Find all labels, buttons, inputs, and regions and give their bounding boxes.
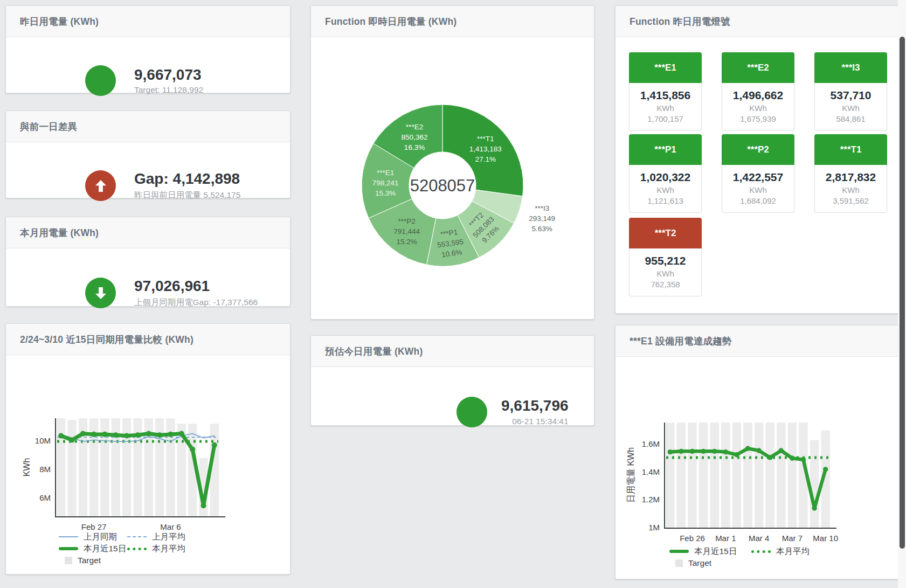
data-point <box>767 455 772 460</box>
target-bar <box>755 423 763 528</box>
estimate-stat: 9,615,796 06-21 15:34:41 <box>311 367 594 456</box>
target-bar <box>732 423 741 528</box>
tile-target: 1,684,092 <box>723 196 793 205</box>
trend-chart-legend: 本月近15日 本月平均 Target <box>669 545 810 569</box>
tile-target: 762,358 <box>631 280 700 289</box>
card-realtime-donut: Function 即時日用電量 (KWh) ***T11,413,18327.1… <box>310 5 594 320</box>
tile-body: 1,496,662KWh1,675,939 <box>722 83 794 131</box>
x-tick-label: Mar 1 <box>715 534 736 543</box>
green-line-icon <box>59 547 78 550</box>
card-diff-prev-day: 與前一日差異 Gap: 4,142,898 昨日與前日用電量 5,524,175 <box>5 110 291 198</box>
legend-item[interactable]: 本月平均 <box>751 546 810 557</box>
data-point <box>790 456 794 461</box>
card-light-status: Function 昨日用電燈號 ***E11,415,856KWh1,700,1… <box>615 5 899 314</box>
compare-chart-legend: 上月同期 上月平均 本月近15日 本月平均 Target <box>59 531 185 566</box>
card-title: Function 即時日用電量 (KWh) <box>325 15 457 28</box>
status-circle-icon <box>457 397 487 427</box>
target-swatch-icon <box>65 557 72 564</box>
y-tick-label: 10M <box>35 436 51 445</box>
legend-item[interactable]: 上月平均 <box>127 531 185 543</box>
y-axis-title: KWh <box>22 458 31 477</box>
target-bar <box>677 423 686 528</box>
data-point <box>80 431 86 437</box>
tile-body: 1,415,856KWh1,700,157 <box>629 83 702 131</box>
target-bar <box>765 423 774 528</box>
data-point <box>745 446 750 451</box>
diff-gap-value: Gap: 4,142,898 <box>134 170 240 188</box>
data-point <box>812 506 817 510</box>
y-tick-label: 1.4M <box>642 467 660 476</box>
light-tile-I3: ***I3537,710KWh584,861 <box>814 52 887 131</box>
light-tile-E1: ***E11,415,856KWh1,700,157 <box>629 52 702 131</box>
card-yesterday-usage: 昨日用電量 (KWh) 9,667,073 Target: 11,128,992 <box>5 5 291 93</box>
donut-center-total: 5208057 <box>410 176 475 195</box>
tile-status-header: ***E1 <box>629 52 702 83</box>
data-point <box>69 437 74 442</box>
target-bar <box>666 423 674 528</box>
card-title: Function 昨日用電燈號 <box>630 15 730 28</box>
data-point <box>179 431 184 437</box>
tile-body: 537,710KWh584,861 <box>814 83 887 131</box>
card-title: 預估今日用電量 (KWh) <box>325 345 423 358</box>
x-tick-label: Feb 26 <box>680 534 705 543</box>
tile-unit: KWh <box>631 269 700 278</box>
tile-status-header: ***P2 <box>722 134 794 165</box>
card-e1-trend-chart: ***E1 設備用電達成趨勢 1M1.2M1.4M1.6MFeb 26Mar 1… <box>615 325 899 579</box>
target-bar <box>57 418 65 516</box>
target-bar <box>688 423 696 528</box>
data-point <box>779 448 784 453</box>
legend-item[interactable]: 本月近15日 <box>669 546 751 557</box>
yesterday-target: Target: 11,128,992 <box>134 85 203 95</box>
function-usage-donut-chart[interactable]: ***T11,413,18327.1%***I3293,1495.63%***T… <box>311 37 595 317</box>
data-point <box>734 452 739 457</box>
card-header: 本月用電量 (KWh) <box>6 217 290 248</box>
legend-item[interactable]: 本月近15日 <box>59 543 127 555</box>
data-point <box>58 433 64 438</box>
diff-subtitle: 昨日與前日用電量 5,524,175 <box>134 190 240 201</box>
card-estimate-today: 預估今日用電量 (KWh) 9,615,796 06-21 15:34:41 <box>310 335 594 426</box>
tile-status-header: ***E2 <box>722 52 794 83</box>
e1-trend-chart[interactable]: 1M1.2M1.4M1.6MFeb 26Mar 1Mar 4Mar 7Mar 1… <box>615 326 900 548</box>
tile-target: 1,121,613 <box>631 196 700 205</box>
x-tick-label: Feb 27 <box>81 522 107 531</box>
target-bar <box>122 418 131 516</box>
scrollbar-thumb[interactable] <box>900 37 905 549</box>
arrow-down-icon <box>93 285 109 301</box>
tile-value: 537,710 <box>816 89 886 102</box>
data-point <box>200 503 206 508</box>
data-point <box>124 433 129 438</box>
data-point <box>690 449 695 454</box>
tile-body: 2,817,832KWh3,591,562 <box>814 165 887 213</box>
tile-value: 955,212 <box>631 254 700 267</box>
tile-unit: KWh <box>723 185 793 195</box>
tile-unit: KWh <box>816 103 886 113</box>
legend-item[interactable]: 上月同期 <box>59 531 127 543</box>
arrow-down-circle-icon <box>85 278 116 308</box>
light-tile-P2: ***P21,422,557KWh1,684,092 <box>722 134 794 213</box>
legend-item[interactable]: Target <box>669 558 711 568</box>
y-tick-label: 1.6M <box>642 439 660 448</box>
tile-status-header: ***T2 <box>629 218 702 248</box>
data-point <box>756 448 761 453</box>
target-swatch-icon <box>675 559 683 567</box>
card-title: 昨日用電量 (KWh) <box>20 15 99 28</box>
legend-item[interactable]: 本月平均 <box>127 543 185 555</box>
card-header: 昨日用電量 (KWh) <box>6 6 290 37</box>
tile-unit: KWh <box>631 185 700 195</box>
tile-value: 1,415,856 <box>631 89 700 102</box>
target-bar <box>67 420 76 516</box>
target-bar <box>710 423 718 528</box>
legend-item[interactable]: Target <box>59 556 101 565</box>
card-header: Function 昨日用電燈號 <box>615 6 898 37</box>
light-tile-T1: ***T12,817,832KWh3,591,562 <box>814 134 887 213</box>
tile-value: 1,496,662 <box>723 89 793 102</box>
card-title: 與前一日差異 <box>20 120 77 133</box>
data-point <box>146 431 151 437</box>
tile-status-header: ***P1 <box>629 134 702 165</box>
compare-usage-chart[interactable]: 6M8M10MFeb 27Mar 6KWh <box>6 324 291 544</box>
card-15day-compare-chart: 2/24~3/10 近15日同期用電量比較 (KWh) 6M8M10MFeb 2… <box>5 323 291 575</box>
arrow-up-circle-icon <box>85 170 116 201</box>
blue-line-icon <box>59 536 78 537</box>
green-dotted-line-icon <box>127 548 147 550</box>
tile-value: 1,020,322 <box>631 171 700 184</box>
